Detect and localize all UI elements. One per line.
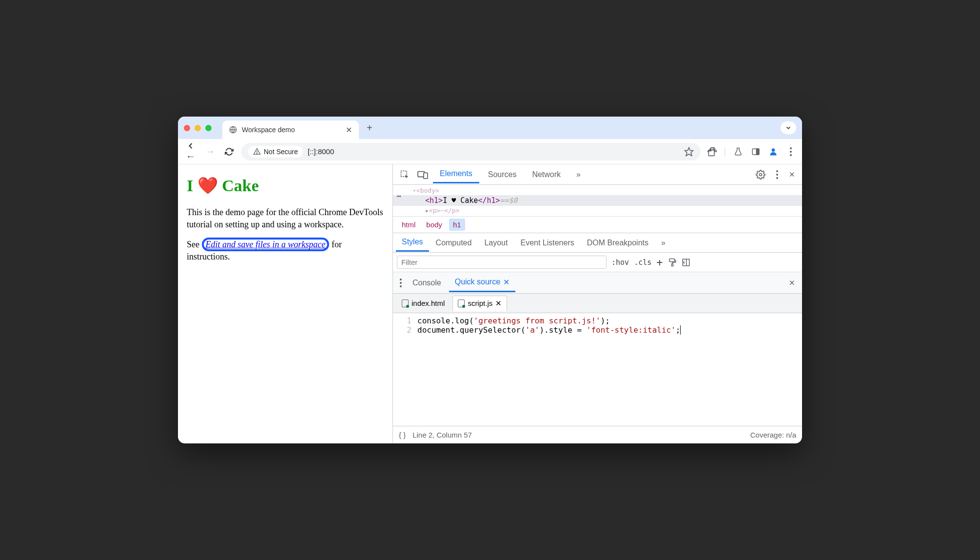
dom-tree[interactable]: ⋯ ▾ <body> <h1>I ♥ Cake</h1> == $0 ▸<p>⋯… bbox=[393, 185, 802, 216]
page-heading: I ❤️ Cake bbox=[187, 174, 384, 198]
format-icon[interactable]: { } bbox=[399, 431, 406, 439]
styles-filter-input[interactable] bbox=[397, 256, 607, 269]
minimize-window-button[interactable] bbox=[195, 125, 201, 131]
tab-dom-breakpoints[interactable]: DOM Breakpoints bbox=[581, 235, 654, 251]
tab-network[interactable]: Network bbox=[525, 166, 568, 183]
drawer-tabs: Console Quick source ✕ ✕ bbox=[393, 272, 802, 294]
styles-tabs-overflow-icon[interactable]: » bbox=[655, 235, 671, 251]
crumb-h1[interactable]: h1 bbox=[449, 219, 465, 231]
tab-computed[interactable]: Computed bbox=[430, 235, 478, 251]
styles-tabs: Styles Computed Layout Event Listeners D… bbox=[393, 233, 802, 253]
hov-toggle[interactable]: :hov bbox=[611, 258, 629, 267]
globe-icon bbox=[229, 126, 237, 134]
cls-toggle[interactable]: .cls bbox=[634, 258, 651, 267]
tab-quick-source[interactable]: Quick source ✕ bbox=[449, 274, 515, 292]
crumb-body[interactable]: body bbox=[422, 219, 446, 231]
profile-icon[interactable] bbox=[768, 146, 779, 157]
dom-row-body[interactable]: ▾ <body> bbox=[393, 186, 802, 195]
svg-rect-20 bbox=[669, 259, 675, 261]
svg-point-12 bbox=[790, 154, 792, 156]
omnibox[interactable]: Not Secure [::]:8000 bbox=[241, 143, 701, 160]
tab-event-listeners[interactable]: Event Listeners bbox=[514, 235, 580, 251]
drawer-close-icon[interactable]: ✕ bbox=[786, 276, 798, 290]
file-tabs: index.html script.js ✕ bbox=[393, 294, 802, 313]
cursor-position: Line 2, Column 57 bbox=[412, 431, 472, 439]
svg-point-24 bbox=[400, 279, 402, 280]
svg-marker-4 bbox=[685, 147, 693, 156]
side-panel-icon[interactable] bbox=[750, 146, 761, 157]
tab-sources[interactable]: Sources bbox=[481, 166, 524, 183]
workspace-link[interactable]: Edit and save files in a workspace bbox=[206, 240, 326, 249]
file-tab-script[interactable]: script.js ✕ bbox=[452, 296, 507, 311]
svg-point-11 bbox=[790, 151, 792, 153]
close-icon[interactable]: ✕ bbox=[503, 278, 510, 287]
bookmark-star-icon[interactable] bbox=[684, 147, 694, 157]
paint-icon[interactable] bbox=[668, 258, 677, 267]
link-callout: Edit and save files in a workspace bbox=[202, 238, 330, 251]
close-tab-button[interactable]: ✕ bbox=[346, 125, 352, 135]
file-tab-index[interactable]: index.html bbox=[397, 296, 450, 310]
menu-icon[interactable] bbox=[785, 146, 796, 157]
dollar-label: $0 bbox=[509, 196, 518, 205]
dom-ellipsis-icon[interactable]: ⋯ bbox=[397, 192, 402, 200]
computed-toggle-icon[interactable] bbox=[682, 258, 690, 267]
devtools-main-tabs: Elements Sources Network » ✕ bbox=[393, 164, 802, 185]
code-line-2: document.querySelector('a').style = 'fon… bbox=[417, 325, 686, 335]
reload-button[interactable] bbox=[223, 145, 235, 158]
tag-h1-text: I ♥ Cake bbox=[443, 196, 478, 205]
svg-point-26 bbox=[400, 285, 402, 287]
tabs-dropdown-button[interactable] bbox=[781, 121, 796, 134]
svg-point-19 bbox=[776, 177, 778, 179]
tab-console[interactable]: Console bbox=[407, 275, 447, 291]
extensions-icon[interactable] bbox=[706, 146, 717, 157]
toolbar-icons: | bbox=[706, 146, 796, 157]
device-toolbar-icon[interactable] bbox=[414, 167, 431, 182]
rendered-page: I ❤️ Cake This is the demo page for the … bbox=[178, 164, 392, 443]
close-window-button[interactable] bbox=[184, 125, 190, 131]
tag-h1-close: </h1> bbox=[478, 196, 500, 205]
tab-elements[interactable]: Elements bbox=[433, 165, 479, 183]
svg-rect-21 bbox=[671, 264, 673, 266]
tag-h1-open: <h1> bbox=[425, 196, 443, 205]
svg-point-18 bbox=[776, 174, 778, 176]
settings-gear-icon[interactable] bbox=[753, 167, 768, 182]
page-paragraph-1: This is the demo page for the official C… bbox=[187, 206, 384, 231]
maximize-window-button[interactable] bbox=[205, 125, 212, 131]
security-label: Not Secure bbox=[264, 148, 298, 156]
tab-styles[interactable]: Styles bbox=[396, 234, 429, 252]
inspect-icon[interactable] bbox=[397, 167, 412, 182]
browser-window: Workspace demo ✕ + ← → Not Secure [::]:8… bbox=[178, 117, 802, 443]
tab-layout[interactable]: Layout bbox=[478, 235, 513, 251]
new-style-rule-icon[interactable]: + bbox=[656, 256, 663, 268]
forward-button[interactable]: → bbox=[203, 144, 217, 159]
devtools-menu-icon[interactable] bbox=[773, 167, 781, 182]
dom-row-p[interactable]: ▸<p>⋯</p> bbox=[393, 206, 802, 215]
browser-tab[interactable]: Workspace demo ✕ bbox=[222, 120, 359, 139]
code-lines: console.log('greetings from script.js!')… bbox=[417, 313, 686, 426]
dom-row-h1[interactable]: <h1>I ♥ Cake</h1> == $0 bbox=[393, 195, 802, 206]
close-icon[interactable]: ✕ bbox=[495, 299, 502, 308]
dom-breadcrumbs: html body h1 bbox=[393, 216, 802, 233]
drawer-menu-icon[interactable] bbox=[397, 276, 405, 290]
svg-point-10 bbox=[790, 147, 792, 149]
crumb-html[interactable]: html bbox=[398, 219, 419, 231]
svg-point-17 bbox=[776, 170, 778, 172]
tabs-overflow-icon[interactable]: » bbox=[569, 166, 588, 183]
eq-label: == bbox=[500, 196, 509, 205]
code-editor[interactable]: 12 console.log('greetings from script.js… bbox=[393, 313, 802, 426]
new-tab-button[interactable]: + bbox=[367, 122, 372, 134]
content-area: I ❤️ Cake This is the demo page for the … bbox=[178, 164, 802, 443]
devtools-close-icon[interactable]: ✕ bbox=[786, 167, 798, 182]
security-chip[interactable]: Not Secure bbox=[248, 146, 303, 158]
svg-point-25 bbox=[400, 282, 402, 284]
address-bar: ← → Not Secure [::]:8000 | bbox=[178, 139, 802, 164]
svg-rect-15 bbox=[424, 173, 428, 179]
url-text: [::]:8000 bbox=[308, 147, 334, 156]
labs-icon[interactable] bbox=[733, 146, 744, 157]
file-icon bbox=[458, 300, 465, 307]
traffic-lights bbox=[184, 125, 212, 131]
back-button[interactable]: ← bbox=[184, 139, 197, 164]
code-line-1: console.log('greetings from script.js!')… bbox=[417, 316, 686, 325]
page-paragraph-2: See Edit and save files in a workspace f… bbox=[187, 239, 384, 263]
file-icon bbox=[402, 300, 409, 307]
